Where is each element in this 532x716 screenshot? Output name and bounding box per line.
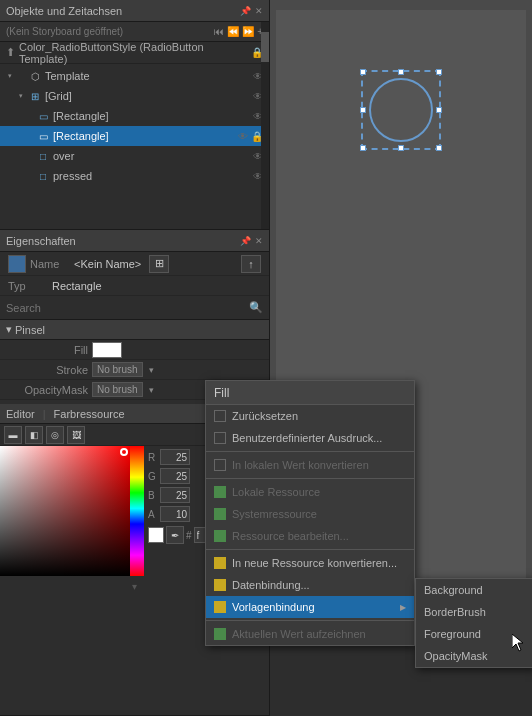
color-spectrum[interactable] — [130, 446, 144, 576]
tree-item-over[interactable]: □ over 👁 — [0, 146, 269, 166]
fill-menu-template-binding[interactable]: Vorlagenbindung ▶ — [206, 596, 414, 618]
reset-label: Zurücksetzen — [232, 410, 298, 422]
header-icons: 📌 ✕ — [240, 6, 263, 16]
props-header-icons: 📌 ✕ — [240, 236, 263, 246]
fill-menu-record-value: Aktuellen Wert aufzeichnen — [206, 623, 414, 645]
stroke-dropdown[interactable]: ▾ — [149, 365, 154, 375]
template-binding-arrow: ▶ — [400, 603, 406, 612]
local-resource-swatch — [214, 486, 226, 498]
pinsel-title: Pinsel — [15, 324, 45, 336]
fill-menu-header: Fill — [206, 381, 414, 405]
storyboard-icon2[interactable]: ⏪ — [227, 26, 239, 37]
fill-menu-databinding[interactable]: Datenbindung... — [206, 574, 414, 596]
opacity-no-brush[interactable]: No brush — [92, 382, 143, 397]
tree-scrollthumb[interactable] — [261, 32, 269, 62]
menu-divider-4 — [206, 620, 414, 621]
template-title: Color_RadioButtonStyle (RadioButton Temp… — [19, 41, 247, 65]
tree-label-over: over — [53, 150, 74, 162]
radio-button-visual — [361, 70, 441, 150]
cursor-indicator — [512, 634, 524, 652]
fill-menu: Fill Zurücksetzen Benutzerdefinierter Au… — [205, 380, 415, 646]
rb-handle-tm[interactable] — [398, 69, 404, 75]
rb-handle-bl[interactable] — [360, 145, 366, 151]
databinding-swatch — [214, 579, 226, 591]
rb-handle-bm[interactable] — [398, 145, 404, 151]
tree-item-grid[interactable]: ▾ ⊞ [Grid] 👁 — [0, 86, 269, 106]
tree-item-pressed[interactable]: □ pressed 👁 — [0, 166, 269, 186]
menu-divider-1 — [206, 451, 414, 452]
fill-menu-new-resource[interactable]: In neue Ressource konvertieren... — [206, 552, 414, 574]
r-label: R — [148, 452, 158, 463]
rb-handle-ml[interactable] — [360, 107, 366, 113]
opacity-dropdown[interactable]: ▾ — [149, 385, 154, 395]
reset-check — [214, 410, 226, 422]
b-input[interactable] — [160, 487, 190, 503]
eye-icon-rect2[interactable]: 👁 — [238, 131, 248, 142]
a-label: A — [148, 509, 158, 520]
template-icon: ⬡ — [28, 69, 42, 83]
storyboard-icon1[interactable]: ⏮ — [214, 26, 224, 37]
solid-brush-btn[interactable]: ▬ — [4, 426, 22, 444]
fill-menu-reset[interactable]: Zurücksetzen — [206, 405, 414, 427]
record-value-swatch — [214, 628, 226, 640]
name-value: <Kein Name> — [74, 258, 141, 270]
convert-local-label: In lokalen Wert konvertieren — [232, 459, 369, 471]
submenu-borderbrush[interactable]: BorderBrush — [416, 601, 532, 623]
storyboard-icons: ⏮ ⏪ ⏩ + — [214, 26, 263, 37]
submenu-borderbrush-label: BorderBrush — [424, 606, 486, 618]
scroll-down-arrow[interactable]: ▾ — [132, 581, 137, 592]
tree-item-template[interactable]: ▾ ⬡ Template 👁 — [0, 66, 269, 86]
search-input[interactable] — [6, 302, 245, 314]
fill-menu-edit-resource: Ressource bearbeiten... — [206, 525, 414, 547]
tree-scrollbar[interactable] — [261, 22, 269, 229]
g-input[interactable] — [160, 468, 190, 484]
submenu-foreground-label: Foreground — [424, 628, 481, 640]
props-pin-icon[interactable]: 📌 — [240, 236, 251, 246]
name-extra-btn[interactable]: ↑ — [241, 255, 261, 273]
props-close-icon[interactable]: ✕ — [255, 236, 263, 246]
pinsel-header: ▾ Pinsel — [0, 320, 269, 340]
menu-divider-2 — [206, 478, 414, 479]
rb-handle-tl[interactable] — [360, 69, 366, 75]
gradient-btn[interactable]: ◧ — [25, 426, 43, 444]
tree-area: ▾ ⬡ Template 👁 ▾ ⊞ [Grid] 👁 ▭ [Rectangle… — [0, 64, 269, 188]
storyboard-icon3[interactable]: ⏩ — [242, 26, 254, 37]
color-gradient[interactable] — [0, 446, 130, 576]
farbressource-title: Farbressource — [54, 408, 125, 420]
databinding-label: Datenbindung... — [232, 579, 310, 591]
typ-label: Typ — [8, 280, 48, 292]
image-btn[interactable]: 🖼 — [67, 426, 85, 444]
objects-panel-title: Objekte und Zeitachsen — [6, 5, 122, 17]
tree-arrow-template: ▾ — [6, 72, 14, 80]
tree-arrow-grid: ▾ — [17, 92, 25, 100]
editor-title: Editor — [6, 408, 35, 420]
opacity-label: OpacityMask — [8, 384, 88, 396]
fill-menu-custom[interactable]: Benutzerdefinierter Ausdruck... — [206, 427, 414, 449]
tree-label-pressed: pressed — [53, 170, 92, 182]
storyboard-bar: (Kein Storyboard geöffnet) ⏮ ⏪ ⏩ + — [0, 22, 269, 42]
r-input[interactable] — [160, 449, 190, 465]
radial-btn[interactable]: ◎ — [46, 426, 64, 444]
fill-menu-local-resource: Lokale Ressource — [206, 481, 414, 503]
tree-item-rect2[interactable]: ▭ [Rectangle] 👁 🔒 — [0, 126, 269, 146]
over-icon: □ — [36, 149, 50, 163]
fill-swatch[interactable] — [92, 342, 122, 358]
stroke-no-brush[interactable]: No brush — [92, 362, 143, 377]
rb-handle-tr[interactable] — [436, 69, 442, 75]
submenu-opacitymask-label: OpacityMask — [424, 650, 488, 662]
rb-handle-br[interactable] — [436, 145, 442, 151]
name-label: Name — [30, 258, 70, 270]
close-icon[interactable]: ✕ — [255, 6, 263, 16]
typ-row: Typ Rectangle — [0, 276, 269, 296]
submenu-background-label: Background — [424, 584, 483, 596]
rb-handle-mr[interactable] — [436, 107, 442, 113]
fill-menu-convert-local: In lokalen Wert konvertieren — [206, 454, 414, 476]
eyedropper-btn[interactable]: ✒ — [166, 526, 184, 544]
small-color-swatch — [148, 527, 164, 543]
a-input[interactable] — [160, 506, 190, 522]
pin-icon[interactable]: 📌 — [240, 6, 251, 16]
convert-local-check — [214, 459, 226, 471]
name-edit-btn[interactable]: ⊞ — [149, 255, 169, 273]
tree-item-rect1[interactable]: ▭ [Rectangle] 👁 — [0, 106, 269, 126]
submenu-background[interactable]: Background — [416, 579, 532, 601]
